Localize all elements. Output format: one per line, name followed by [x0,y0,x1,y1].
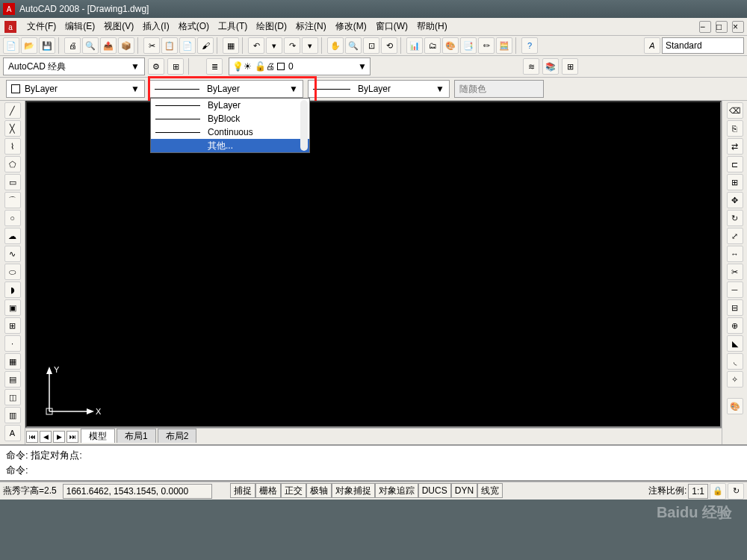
menu-item[interactable]: 修改(M) [331,19,371,33]
ellipse-tool[interactable]: ⬭ [4,264,21,280]
tab-prev-button[interactable]: ◀ [40,431,52,443]
linetype-option[interactable]: ByLayer [151,99,309,112]
polyline-tool[interactable]: ⌇ [4,138,21,155]
restore-button[interactable]: □ [716,21,728,33]
cut-button[interactable]: ✂ [143,37,160,54]
gradient-tool[interactable]: ▤ [4,371,21,388]
array-tool[interactable]: ⊞ [727,174,743,190]
menu-item[interactable]: 格式(O) [174,19,214,33]
trim-tool[interactable]: ✂ [727,264,743,280]
polygon-tool[interactable]: ⬠ [4,156,21,172]
drawing-canvas[interactable]: Y X [25,101,722,428]
quickcalc-button[interactable]: 🧮 [496,37,512,54]
minimize-button[interactable]: − [699,21,711,33]
status-toggle[interactable]: 线宽 [477,483,503,498]
coords-display[interactable]: 1661.6462, 1543.1545, 0.0000 [63,484,212,499]
rectangle-tool[interactable]: ▭ [4,174,21,190]
menu-item[interactable]: 文件(F) [22,19,61,33]
menu-item[interactable]: 插入(I) [138,19,173,33]
linetype-combo[interactable]: ByLayer ▼ [149,80,303,98]
redo-drop-button[interactable]: ▾ [302,37,318,54]
workspace-save-button[interactable]: ⊞ [167,58,184,75]
ellipse-arc-tool[interactable]: ◗ [4,281,21,298]
mtext-tool[interactable]: A [4,425,21,441]
express-tool[interactable]: 🎨 [727,398,743,414]
status-toggle[interactable]: DUCS [418,483,451,498]
annosync-toggle[interactable]: ↻ [728,483,744,500]
undo-drop-button[interactable]: ▾ [266,37,282,54]
annoscale-value[interactable]: 1:1 [688,484,708,499]
xline-tool[interactable]: ╳ [4,120,21,137]
close-button[interactable]: × [732,21,744,33]
table-tool[interactable]: ▥ [4,407,21,423]
layer-properties-button[interactable]: ≣ [206,58,223,75]
zoom-previous-button[interactable]: ⟲ [381,37,397,54]
arc-tool[interactable]: ⌒ [4,192,21,208]
menu-item[interactable]: 绘图(D) [252,19,291,33]
help-button[interactable]: ? [521,37,538,54]
tab-next-button[interactable]: ▶ [53,431,65,443]
publish-button[interactable]: 📤 [100,37,117,54]
linetype-option[interactable]: ByBlock [151,112,309,125]
matchprop-button[interactable]: 🖌 [197,37,214,54]
zoom-realtime-button[interactable]: 🔍 [345,37,362,54]
make-block-tool[interactable]: ⊞ [4,317,21,334]
color-combo[interactable]: ByLayer ▼ [6,80,145,98]
textstyle-button[interactable]: A [644,37,660,54]
menu-item[interactable]: 编辑(E) [61,19,99,33]
layout-tab[interactable]: 模型 [81,429,115,443]
chamfer-tool[interactable]: ◣ [727,335,743,352]
menu-item[interactable]: 窗口(W) [371,19,412,33]
layer-previous-button[interactable]: ≋ [523,58,539,75]
status-toggle[interactable]: 极轴 [306,483,332,498]
scale-tool[interactable]: ⤢ [727,228,743,244]
designcenter-button[interactable]: 🗂 [424,37,441,54]
workspace-settings-button[interactable]: ⚙ [148,58,164,75]
layout-tab[interactable]: 布局1 [117,429,156,443]
tab-first-button[interactable]: ⏮ [26,431,38,443]
workspace-combo[interactable]: AutoCAD 经典 ▼ [3,57,145,75]
rotate-tool[interactable]: ↻ [727,210,743,226]
lineweight-combo[interactable]: ByLayer ▼ [308,80,450,98]
erase-tool[interactable]: ⌫ [727,102,743,119]
status-toggle[interactable]: 对象追踪 [375,483,418,498]
scrollbar[interactable] [300,100,308,151]
layer-states-button[interactable]: 📚 [542,58,559,75]
circle-tool[interactable]: ○ [4,210,21,226]
tab-last-button[interactable]: ⏭ [66,431,78,443]
join-tool[interactable]: ⊕ [727,317,743,334]
markup-button[interactable]: ✏ [478,37,495,54]
status-toggle[interactable]: 捕捉 [230,483,255,498]
fillet-tool[interactable]: ◟ [727,353,743,370]
line-tool[interactable]: ╱ [4,102,21,119]
layer-isolate-button[interactable]: ⊞ [562,58,578,75]
textstyle-combo[interactable]: Standard [662,37,744,54]
status-toggle[interactable]: 栅格 [255,483,281,498]
menu-item[interactable]: 工具(T) [214,19,252,33]
extend-tool[interactable]: ─ [727,281,743,298]
properties-button[interactable]: 📊 [406,37,423,54]
region-tool[interactable]: ◫ [4,389,21,405]
mirror-tool[interactable]: ⇄ [727,138,743,155]
open-button[interactable]: 📂 [21,37,37,54]
pan-button[interactable]: ✋ [327,37,344,54]
stretch-tool[interactable]: ↔ [727,246,743,262]
block-editor-button[interactable]: ▦ [223,37,239,54]
status-toggle[interactable]: DYN [451,483,477,498]
3ddwf-button[interactable]: 📦 [118,37,134,54]
menu-item[interactable]: 帮助(H) [412,19,452,33]
toolpalette-button[interactable]: 🎨 [442,37,459,54]
zoom-window-button[interactable]: ⊡ [363,37,379,54]
offset-tool[interactable]: ⊏ [727,156,743,172]
undo-button[interactable]: ↶ [248,37,264,54]
insert-block-tool[interactable]: ▣ [4,299,21,316]
paste-button[interactable]: 📄 [179,37,196,54]
layout-tab[interactable]: 布局2 [158,429,197,443]
new-button[interactable]: 📄 [3,37,19,54]
redo-button[interactable]: ↷ [284,37,300,54]
revcloud-tool[interactable]: ☁ [4,228,21,244]
layer-combo[interactable]: 💡 ☀ 🔓 🖨 0 ▼ [229,57,371,75]
menu-item[interactable]: 标注(N) [291,19,331,33]
annoscale-toggle[interactable]: 🔒 [710,483,726,500]
plot-button[interactable]: 🖨 [64,37,81,54]
